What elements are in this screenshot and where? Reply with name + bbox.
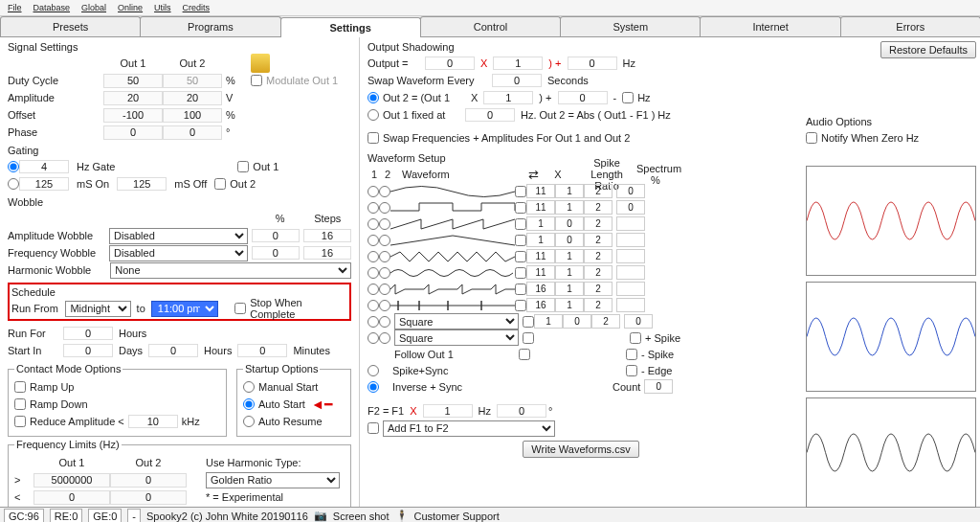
- wf2-radio-4[interactable]: [379, 251, 390, 262]
- wf2-radio-0[interactable]: [379, 186, 390, 197]
- sql[interactable]: 0: [563, 314, 591, 329]
- wf-l-6[interactable]: 1: [555, 282, 584, 296]
- wf1-radio-4[interactable]: [368, 251, 379, 262]
- sq1-check[interactable]: [523, 316, 534, 328]
- output-v1[interactable]: 0: [425, 57, 475, 70]
- wf-r-4[interactable]: 2: [584, 249, 612, 263]
- wf-check-2[interactable]: [515, 218, 526, 230]
- wf-check-1[interactable]: [515, 202, 526, 214]
- wf-check-3[interactable]: [515, 235, 526, 246]
- addf-check[interactable]: [368, 422, 379, 434]
- wf-l-3[interactable]: 0: [555, 233, 584, 247]
- gating-mson[interactable]: 125: [19, 177, 69, 191]
- out2formula-radio[interactable]: [368, 92, 379, 103]
- wf-check-6[interactable]: [515, 284, 526, 295]
- wf-r-5[interactable]: 2: [584, 265, 612, 280]
- wf2-radio-6[interactable]: [379, 284, 390, 295]
- addf-select[interactable]: Add F1 to F2: [383, 420, 555, 437]
- amp-out1[interactable]: 20: [103, 91, 163, 105]
- rampup-check[interactable]: [14, 381, 26, 393]
- pspike-check[interactable]: [630, 332, 641, 344]
- tab-programs[interactable]: Programs: [140, 16, 280, 36]
- tab-presets[interactable]: Presets: [0, 16, 141, 36]
- harmtype-select[interactable]: Golden Ratio: [206, 472, 340, 488]
- wf1-radio-3[interactable]: [368, 235, 379, 246]
- wf2-radio-5[interactable]: [379, 267, 390, 279]
- rampdown-check[interactable]: [14, 398, 26, 410]
- wf1-radio-1[interactable]: [368, 202, 379, 214]
- output-v3[interactable]: 0: [568, 57, 617, 70]
- manual-start-radio[interactable]: [243, 381, 255, 393]
- auto-resume-radio[interactable]: [243, 416, 255, 427]
- menu-global[interactable]: Global: [78, 2, 110, 13]
- wf-r-6[interactable]: 2: [584, 282, 612, 296]
- run-to-select[interactable]: 11:00 pm: [151, 301, 218, 317]
- wf-p-0[interactable]: 0: [616, 184, 645, 198]
- wf-l-5[interactable]: 1: [555, 265, 584, 280]
- wf-check-4[interactable]: [515, 251, 526, 262]
- gating-out1-check[interactable]: [237, 161, 249, 172]
- wf1-radio-2[interactable]: [368, 218, 379, 230]
- wf-check-0[interactable]: [515, 186, 526, 197]
- wf-l-7[interactable]: 1: [555, 298, 584, 312]
- wf1-sq2-radio[interactable]: [368, 332, 379, 344]
- wf2-radio-3[interactable]: [379, 235, 390, 246]
- tab-internet[interactable]: Internet: [700, 16, 840, 36]
- gating-out2-check[interactable]: [214, 178, 226, 190]
- wf2-sq2-radio[interactable]: [379, 332, 390, 344]
- fl-o1gt[interactable]: 5000000: [33, 473, 110, 488]
- tab-settings[interactable]: Settings: [280, 17, 421, 37]
- person-icon[interactable]: 🕴: [395, 510, 409, 522]
- sqx[interactable]: 1: [534, 314, 563, 329]
- wf-p-1[interactable]: 0: [616, 200, 645, 215]
- wf-x-6[interactable]: 16: [526, 282, 555, 296]
- notify-zero-check[interactable]: [806, 132, 817, 144]
- output-v2[interactable]: 1: [493, 57, 543, 70]
- out1fixed-radio[interactable]: [368, 109, 379, 121]
- wf-l-4[interactable]: 1: [555, 249, 584, 263]
- freq-wobble-pct[interactable]: 0: [252, 246, 300, 260]
- wf-p-3[interactable]: [616, 233, 645, 247]
- wf2-radio-2[interactable]: [379, 218, 390, 230]
- mspike-check[interactable]: [626, 349, 637, 360]
- start-days-val[interactable]: 0: [63, 344, 113, 357]
- gating-hz[interactable]: 4: [19, 160, 69, 173]
- menu-file[interactable]: File: [4, 2, 26, 13]
- harm-wobble-select[interactable]: None: [110, 262, 351, 279]
- customer-support-label[interactable]: Customer Support: [414, 511, 500, 522]
- wf-x-4[interactable]: 11: [526, 249, 555, 263]
- run-for-val[interactable]: 0: [63, 327, 113, 340]
- wf-p-5[interactable]: [616, 265, 645, 280]
- modulate-check[interactable]: [251, 75, 262, 86]
- wf-inverse-radio[interactable]: [368, 381, 379, 393]
- camera-icon[interactable]: 📷: [314, 510, 327, 522]
- amp-wobble-select[interactable]: Disabled: [109, 228, 248, 244]
- wf2-radio-1[interactable]: [379, 202, 390, 214]
- sq2-check[interactable]: [523, 332, 534, 344]
- amp-wobble-steps[interactable]: 16: [303, 229, 351, 242]
- fl-o2lt[interactable]: 0: [110, 490, 187, 505]
- swap-val[interactable]: 0: [492, 74, 542, 87]
- menu-credits[interactable]: Credits: [179, 2, 214, 13]
- wf-check-7[interactable]: [515, 300, 526, 311]
- wf-x-0[interactable]: 11: [526, 184, 555, 198]
- stop-complete-check[interactable]: [234, 303, 246, 314]
- amp-wobble-pct[interactable]: 0: [252, 229, 300, 242]
- f2-val[interactable]: 1: [423, 404, 473, 418]
- wf-l-1[interactable]: 1: [555, 200, 584, 215]
- wf-check-5[interactable]: [515, 267, 526, 279]
- offset-out1[interactable]: -100: [103, 108, 163, 123]
- wf2-radio-7[interactable]: [379, 300, 390, 311]
- swap-arrows-icon[interactable]: ⇄: [528, 168, 539, 182]
- wf-p-6[interactable]: [616, 282, 645, 296]
- wf-x-5[interactable]: 11: [526, 265, 555, 280]
- sqr[interactable]: 2: [591, 314, 620, 329]
- sqp[interactable]: 0: [624, 314, 653, 329]
- lock-icon[interactable]: [251, 54, 270, 73]
- phase-out1[interactable]: 0: [103, 125, 163, 140]
- tab-control[interactable]: Control: [420, 16, 561, 36]
- gating-hz-radio[interactable]: [8, 161, 19, 172]
- menu-database[interactable]: Database: [30, 2, 75, 13]
- f2-offset[interactable]: 0: [497, 404, 546, 418]
- wf-square-select-2[interactable]: Square: [394, 329, 519, 346]
